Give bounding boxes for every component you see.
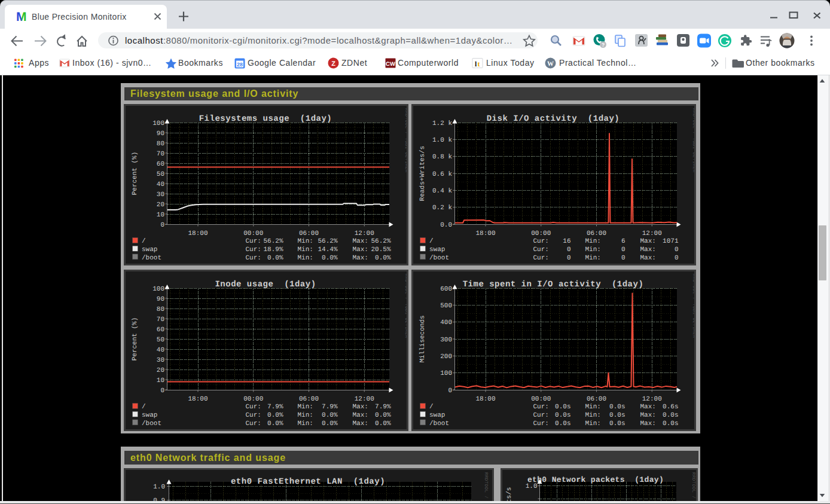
svg-text:Max:: Max:	[640, 246, 656, 253]
svg-text:Inode usage (1day): Inode usage (1day)	[215, 280, 316, 289]
svg-text:18:00: 18:00	[475, 230, 495, 237]
svg-text:eth0 Network packets (1day): eth0 Network packets (1day)	[527, 475, 664, 484]
svg-text:swap: swap	[429, 412, 445, 419]
svg-text:Z: Z	[331, 60, 335, 68]
svg-text:Min:: Min:	[298, 246, 313, 253]
svg-text:Max:: Max:	[640, 404, 656, 411]
svg-text:28: 28	[237, 62, 243, 68]
svg-text:0.8 k: 0.8 k	[432, 154, 452, 161]
svg-text:Cur:: Cur:	[533, 404, 549, 411]
svg-text:7.9%: 7.9%	[322, 404, 338, 411]
svg-text:CW: CW	[386, 61, 395, 68]
svg-text:0.0s: 0.0s	[555, 420, 570, 427]
svg-text:14.4%: 14.4%	[318, 246, 337, 253]
svg-text:W: W	[547, 60, 554, 68]
svg-text:60: 60	[157, 161, 164, 168]
svg-text:Min:: Min:	[585, 238, 601, 245]
svg-text:0: 0	[448, 387, 452, 395]
svg-text:0.4 k: 0.4 k	[432, 188, 452, 195]
svg-text:300: 300	[440, 337, 452, 344]
svg-text:0: 0	[675, 246, 679, 253]
svg-text:0.6s: 0.6s	[663, 404, 678, 411]
svg-text:Min:: Min:	[585, 255, 601, 262]
svg-text:0: 0	[160, 222, 164, 229]
svg-text:Min:: Min:	[298, 238, 313, 245]
svg-text:RRDTOOL / TOBI OETIKER: RRDTOOL / TOBI OETIKER	[691, 108, 694, 173]
svg-text:Time spent in I/O activity (1: Time spent in I/O activity (1day)	[463, 280, 644, 289]
svg-text:0.0: 0.0	[440, 222, 452, 229]
svg-text:0.0s: 0.0s	[609, 412, 625, 419]
svg-text:t: t	[478, 60, 480, 68]
svg-text:Filesystems usage (1day): Filesystems usage (1day)	[199, 114, 332, 124]
svg-text:40: 40	[157, 347, 164, 354]
svg-text:swap: swap	[142, 246, 157, 253]
svg-text:Cur:: Cur:	[533, 412, 549, 419]
svg-text:1071: 1071	[663, 238, 679, 245]
svg-text:/boot: /boot	[429, 255, 449, 262]
svg-text:1.0: 1.0	[153, 484, 165, 491]
svg-text:50: 50	[157, 171, 164, 178]
svg-text:0.0s: 0.0s	[663, 420, 678, 427]
svg-text:00:00: 00:00	[243, 230, 263, 237]
svg-text:0.0%: 0.0%	[267, 420, 283, 427]
svg-text:0.0s: 0.0s	[555, 404, 570, 411]
svg-text:Min:: Min:	[298, 255, 313, 262]
svg-text:50: 50	[157, 337, 164, 344]
svg-text:M: M	[16, 10, 27, 24]
svg-text:swap: swap	[429, 246, 445, 253]
svg-text:RRDTOOL / TOBI OETIKER: RRDTOOL / TOBI OETIKER	[404, 108, 407, 173]
svg-text:RRDTOOL / TOBI OETIKER: RRDTOOL / TOBI OETIKER	[691, 274, 694, 338]
svg-text:Cur:: Cur:	[533, 255, 549, 262]
svg-text:0.0%: 0.0%	[322, 420, 338, 427]
svg-text:12:00: 12:00	[355, 396, 374, 403]
svg-text:40: 40	[157, 181, 164, 188]
svg-text:70: 70	[157, 316, 164, 323]
svg-text:90: 90	[157, 130, 164, 138]
svg-text:0.0%: 0.0%	[322, 412, 338, 419]
svg-text:0.0%: 0.0%	[375, 412, 391, 419]
svg-text:RRDTOOL / TOBI OETIKER: RRDTOOL / TOBI OETIKER	[691, 472, 696, 504]
svg-text:Max:: Max:	[353, 404, 368, 411]
svg-text:Cur:: Cur:	[533, 420, 549, 427]
svg-text:500: 500	[440, 303, 452, 310]
svg-text:Max:: Max:	[640, 420, 656, 427]
svg-text:Milliseconds: Milliseconds	[419, 315, 426, 362]
svg-text:20: 20	[157, 367, 164, 374]
svg-text:12:00: 12:00	[355, 230, 374, 237]
svg-text:Cur:: Cur:	[246, 255, 261, 262]
svg-text:/boot: /boot	[142, 255, 161, 262]
svg-text:200: 200	[440, 353, 452, 361]
svg-text:0.2 k: 0.2 k	[432, 204, 452, 212]
svg-text:18:00: 18:00	[188, 230, 208, 237]
svg-text:0: 0	[621, 246, 625, 253]
svg-text:/boot: /boot	[429, 420, 449, 427]
svg-text:80: 80	[157, 306, 164, 313]
svg-text:80: 80	[157, 140, 164, 148]
svg-text:0.6 k: 0.6 k	[432, 171, 452, 178]
svg-text:Min:: Min:	[585, 246, 601, 253]
svg-text:600: 600	[440, 286, 452, 293]
svg-text:0.0%: 0.0%	[267, 412, 283, 419]
svg-text:30: 30	[157, 191, 164, 198]
svg-text:Min:: Min:	[585, 404, 601, 411]
svg-text:1.0 k: 1.0 k	[432, 137, 452, 144]
svg-text:Max:: Max:	[353, 412, 368, 419]
svg-text:16: 16	[563, 238, 570, 245]
svg-text:56.2%: 56.2%	[371, 238, 390, 245]
svg-text:0: 0	[567, 255, 571, 262]
svg-text:Cur:: Cur:	[533, 238, 549, 245]
svg-text:Cur:: Cur:	[246, 404, 261, 411]
svg-text:/: /	[142, 404, 146, 411]
svg-text:30: 30	[157, 357, 164, 364]
svg-text:0: 0	[621, 255, 625, 262]
svg-text:Max:: Max:	[353, 420, 368, 427]
svg-text:1.2 k: 1.2 k	[432, 120, 452, 127]
svg-text:0: 0	[567, 246, 571, 253]
svg-text:56.2%: 56.2%	[263, 238, 283, 245]
svg-text:0: 0	[160, 387, 164, 395]
svg-text:12:00: 12:00	[642, 230, 662, 237]
svg-text:Max:: Max:	[353, 238, 368, 245]
svg-text:Cur:: Cur:	[246, 246, 261, 253]
svg-text:Cur:: Cur:	[246, 412, 261, 419]
svg-text:Cur:: Cur:	[533, 246, 549, 253]
